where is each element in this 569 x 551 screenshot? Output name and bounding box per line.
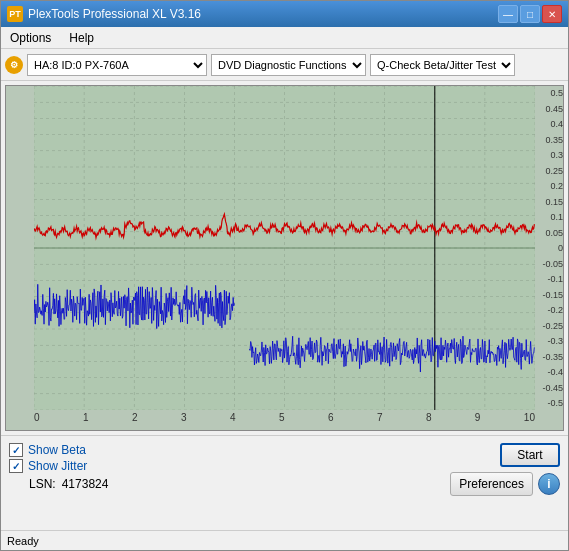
function-select[interactable]: DVD Diagnostic Functions bbox=[211, 54, 366, 76]
status-text: Ready bbox=[7, 535, 39, 547]
start-button[interactable]: Start bbox=[500, 443, 560, 467]
chart-plot bbox=[34, 86, 535, 410]
info-button[interactable]: i bbox=[538, 473, 560, 495]
show-jitter-row: Show Jitter bbox=[9, 459, 108, 473]
show-beta-label: Show Beta bbox=[28, 443, 86, 457]
preferences-button[interactable]: Preferences bbox=[450, 472, 533, 496]
show-jitter-checkbox[interactable] bbox=[9, 459, 23, 473]
bottom-right: Start Preferences i bbox=[450, 441, 560, 496]
device-icon: ⚙ bbox=[5, 56, 23, 74]
lsn-row: LSN: 4173824 bbox=[29, 477, 108, 491]
minimize-button[interactable]: — bbox=[498, 5, 518, 23]
help-menu[interactable]: Help bbox=[64, 29, 99, 47]
show-beta-checkbox[interactable] bbox=[9, 443, 23, 457]
maximize-button[interactable]: □ bbox=[520, 5, 540, 23]
app-icon: PT bbox=[7, 6, 23, 22]
pref-row: Preferences i bbox=[450, 472, 560, 496]
bottom-left: Show Beta Show Jitter LSN: 4173824 bbox=[9, 441, 108, 491]
menu-bar: Options Help bbox=[1, 27, 568, 49]
show-jitter-label: Show Jitter bbox=[28, 459, 87, 473]
bottom-content: Show Beta Show Jitter LSN: 4173824 Start… bbox=[9, 441, 560, 525]
device-select[interactable]: HA:8 ID:0 PX-760A bbox=[27, 54, 207, 76]
main-window: PT PlexTools Professional XL V3.16 — □ ✕… bbox=[0, 0, 569, 551]
title-controls: — □ ✕ bbox=[498, 5, 562, 23]
toolbar: ⚙ HA:8 ID:0 PX-760A DVD Diagnostic Funct… bbox=[1, 49, 568, 81]
bottom-bar: Show Beta Show Jitter LSN: 4173824 Start… bbox=[1, 435, 568, 530]
chart-right-axis: 0.5 0.45 0.4 0.35 0.3 0.25 0.2 0.15 0.1 … bbox=[535, 86, 563, 410]
show-beta-row: Show Beta bbox=[9, 443, 108, 457]
chart-x-axis: 0 1 2 3 4 5 6 7 8 9 10 bbox=[34, 410, 535, 430]
title-bar-left: PT PlexTools Professional XL V3.16 bbox=[7, 6, 201, 22]
chart-area: High Low 0.5 0.45 0.4 0.35 0.3 0.25 0.2 … bbox=[5, 85, 564, 431]
options-menu[interactable]: Options bbox=[5, 29, 56, 47]
title-bar: PT PlexTools Professional XL V3.16 — □ ✕ bbox=[1, 1, 568, 27]
lsn-label: LSN: bbox=[29, 477, 56, 491]
lsn-value: 4173824 bbox=[62, 477, 109, 491]
status-bar: Ready bbox=[1, 530, 568, 550]
close-button[interactable]: ✕ bbox=[542, 5, 562, 23]
chart-canvas bbox=[34, 86, 535, 410]
test-select[interactable]: Q-Check Beta/Jitter Test bbox=[370, 54, 515, 76]
window-title: PlexTools Professional XL V3.16 bbox=[28, 7, 201, 21]
